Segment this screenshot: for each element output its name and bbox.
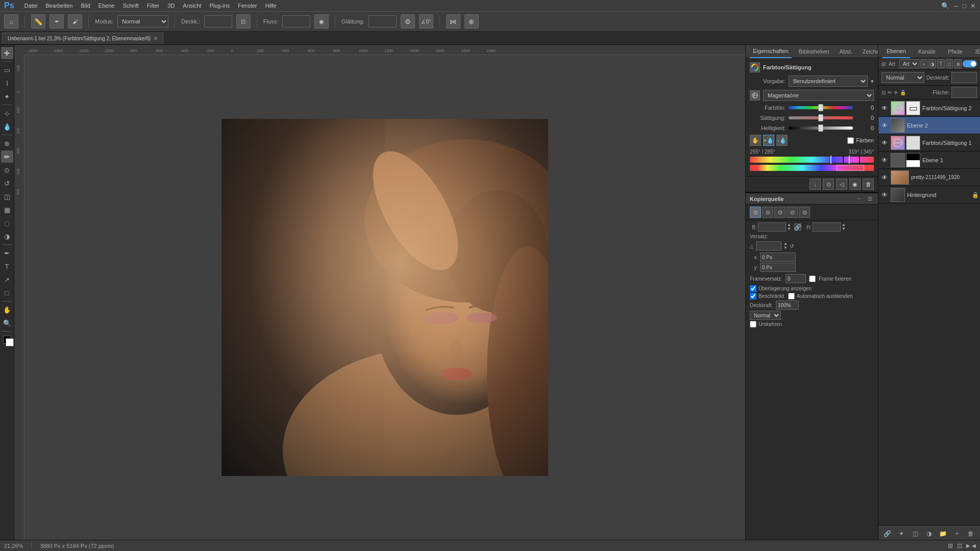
layer-visibility-toggle[interactable]: 👁 — [880, 104, 889, 112]
props-tab-abst[interactable]: Abst. — [837, 45, 855, 58]
clone-width-input[interactable]: 100,0% — [758, 222, 786, 232]
hide-layer-btn[interactable]: ◉ — [849, 179, 861, 190]
fill-value-input[interactable]: 100% — [951, 87, 977, 98]
path-tool[interactable]: ↗ — [1, 273, 13, 286]
settings-icon[interactable]: ⚙ — [401, 14, 415, 29]
clone-opacity-input[interactable] — [776, 300, 799, 310]
dodge-tool[interactable]: ◑ — [1, 230, 13, 242]
props-tab-bibliotheken[interactable]: Bibliotheken — [796, 45, 832, 58]
delete-layer-btn-bottom[interactable]: 🗑 — [966, 529, 976, 539]
history-tool[interactable]: ↺ — [1, 177, 13, 189]
channel-icon[interactable] — [750, 90, 760, 101]
lock-paint-icon[interactable]: ✏ — [888, 90, 892, 95]
clone-src-4[interactable]: ⊙ — [787, 207, 798, 218]
lasso-tool[interactable]: ⌇ — [1, 77, 13, 89]
search-icon[interactable]: 🔍 — [941, 2, 949, 10]
move-tool[interactable]: ✛ — [1, 47, 13, 59]
text-tool[interactable]: T — [1, 260, 13, 272]
clone-blend-select[interactable]: Normal — [750, 311, 781, 320]
layer-visibility-toggle[interactable]: 👁 — [880, 191, 889, 199]
farbton-thumb[interactable] — [818, 104, 823, 111]
filter-smart-btn[interactable]: ⊕ — [954, 59, 962, 68]
opacity-input[interactable]: 100% — [204, 15, 232, 28]
layer-item[interactable]: 👁 Farbton/Sättigung 1 — [878, 134, 980, 152]
layer-visibility-toggle[interactable]: 👁 — [880, 121, 889, 130]
lock-transparent-icon[interactable]: ⊡ — [881, 90, 886, 95]
shape-tool[interactable]: □ — [1, 287, 13, 299]
background-color[interactable] — [6, 338, 14, 346]
filter-toggle[interactable] — [963, 60, 977, 67]
delete-layer-btn[interactable]: 🗑 — [863, 179, 874, 190]
add-mask-btn[interactable]: ◫ — [910, 529, 920, 539]
clone-width-down[interactable]: ▼ — [787, 227, 791, 231]
clone-lock-ratio[interactable]: 🔗 — [794, 223, 801, 231]
pen-tool[interactable]: ✒ — [1, 247, 13, 259]
autohide-checkbox[interactable] — [788, 293, 795, 299]
smoothing-input[interactable]: 0% — [369, 15, 397, 28]
opacity-value-input[interactable]: 100% — [951, 72, 977, 83]
layer-item[interactable]: 👁 Ebene 1 — [878, 152, 980, 169]
reset-layer-btn[interactable]: ⊙ — [823, 179, 834, 190]
farben-checkbox[interactable] — [847, 137, 854, 144]
invert-checkbox[interactable] — [750, 321, 756, 328]
canvas-container[interactable] — [24, 55, 745, 540]
menu-datei[interactable]: Datei — [24, 3, 38, 9]
rotation-reset-icon[interactable]: ↺ — [790, 243, 794, 249]
brush-tool-icon[interactable]: ✏️ — [31, 14, 45, 29]
menu-hilfe[interactable]: Hilfe — [265, 3, 276, 9]
foreground-color[interactable] — [3, 336, 11, 344]
clone-src-1[interactable]: ⊙ — [750, 207, 761, 218]
frame-lock-checkbox[interactable] — [809, 276, 816, 282]
eyedropper-sub-icon[interactable]: -💧 — [776, 135, 788, 146]
quick-select-tool[interactable]: ✦ — [1, 90, 13, 103]
clone-panel-menu[interactable]: ☰ — [866, 195, 874, 203]
menu-filter[interactable]: Filter — [147, 3, 159, 9]
clone-src-3[interactable]: ⊙ — [774, 207, 786, 218]
blend-mode-select[interactable]: Normal — [881, 72, 924, 83]
rotation-input[interactable]: 0,0 — [756, 241, 781, 251]
clone-height-input[interactable]: 100,0% — [813, 222, 841, 232]
layer-type-filter[interactable]: Art — [899, 59, 919, 68]
zoom-fit-icon[interactable]: ⊡ — [957, 542, 962, 549]
lock-position-icon[interactable]: ✛ — [894, 90, 898, 95]
window-maximize[interactable]: □ — [962, 2, 966, 10]
clip-mask-btn[interactable]: ↓ — [810, 179, 821, 190]
filter-adjust-btn[interactable]: ◑ — [928, 59, 936, 68]
layers-tab-ebenen[interactable]: Ebenen — [883, 45, 910, 58]
clone-src-5[interactable]: ⊙ — [799, 207, 810, 218]
home-tool[interactable]: ⌂ — [4, 14, 18, 29]
window-close[interactable]: ✕ — [970, 2, 976, 10]
filter-text-btn[interactable]: T — [937, 59, 945, 68]
layer-item[interactable]: 👁 Hintergrund 🔒 — [878, 186, 980, 204]
add-adjustment-btn[interactable]: ◑ — [924, 529, 934, 539]
tab-close-btn[interactable]: ✕ — [154, 36, 158, 41]
menu-3d[interactable]: 3D — [167, 3, 175, 9]
helligkeit-thumb[interactable] — [818, 124, 823, 132]
helligkeit-slider[interactable] — [789, 124, 853, 132]
brush-tool[interactable]: ✏ — [1, 151, 13, 163]
vorgabe-select[interactable]: Benutzerdefiniert — [789, 76, 868, 87]
crop-tool[interactable]: ⊹ — [1, 107, 13, 119]
saettigung-thumb[interactable] — [818, 114, 823, 121]
farbton-slider[interactable] — [789, 104, 853, 111]
menu-ansicht[interactable]: Ansicht — [183, 3, 201, 9]
window-minimize[interactable]: ─ — [953, 2, 958, 10]
link-layers-btn[interactable]: 🔗 — [883, 529, 893, 539]
layer-visibility-toggle[interactable]: 👁 — [880, 173, 889, 182]
angle-icon[interactable]: ∠0° — [419, 14, 433, 29]
layer-item[interactable]: 👁 Ebene 2 — [878, 117, 980, 134]
layer-item[interactable]: 👁 pretty-2111499_1920 — [878, 169, 980, 186]
menu-bearbeiten[interactable]: Bearbeiten — [45, 3, 72, 9]
x-offset-input[interactable] — [760, 253, 796, 262]
layer-visibility-toggle[interactable]: 👁 — [880, 156, 889, 164]
clone-tool[interactable]: ⊙ — [1, 164, 13, 176]
menu-fenster[interactable]: Fenster — [238, 3, 257, 9]
zoom-tool[interactable]: 🔍 — [1, 317, 13, 329]
menu-ebene[interactable]: Ebene — [99, 3, 115, 9]
pressure-icon[interactable]: ⊡ — [236, 14, 251, 29]
spot-heal-tool[interactable]: ⊗ — [1, 137, 13, 149]
color-replace-icon[interactable]: 🖌 — [68, 14, 82, 29]
pencil-tool-icon[interactable]: ✒ — [50, 14, 64, 29]
layer-item[interactable]: 👁 ▭ Farbton/Sättigung 2 — [878, 99, 980, 117]
filter-shape-btn[interactable]: □ — [946, 59, 953, 68]
